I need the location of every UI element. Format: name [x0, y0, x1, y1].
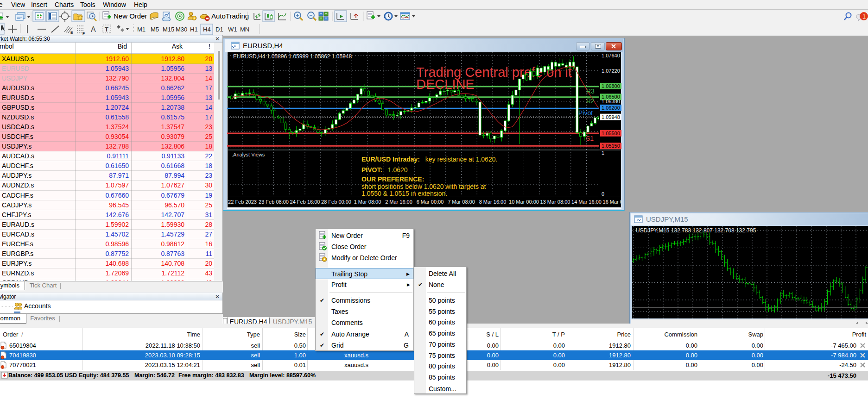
- svg-text:H1: H1: [190, 26, 198, 33]
- svg-text:1: 1: [862, 13, 866, 20]
- svg-text:1.07640: 1.07640: [602, 53, 620, 58]
- svg-text:E: E: [70, 31, 73, 35]
- svg-text:2 Mar 16:00: 2 Mar 16:00: [385, 199, 412, 205]
- svg-text:D1: D1: [215, 26, 223, 33]
- svg-text:M30: M30: [176, 26, 187, 33]
- svg-text:R2: R2: [586, 97, 595, 105]
- svg-text:.Analyst Views: .Analyst Views: [232, 152, 265, 157]
- svg-text:M1: M1: [137, 26, 146, 33]
- svg-text:23 Feb 08:00: 23 Feb 08:00: [259, 199, 289, 205]
- svg-text:10 Mar 00:00: 10 Mar 00:00: [509, 199, 539, 205]
- svg-text:6 Mar 00:00: 6 Mar 00:00: [417, 199, 444, 205]
- svg-text:A: A: [91, 25, 96, 33]
- svg-text:New Order: New Order: [114, 12, 147, 20]
- svg-text:OUR PREFERENCE:: OUR PREFERENCE:: [361, 175, 424, 183]
- svg-text:EUR/USD Intraday: key resist: EUR/USD Intraday: key resistance at 1.06…: [361, 156, 497, 163]
- svg-text:22 Feb 2023: 22 Feb 2023: [228, 199, 257, 205]
- svg-text:13 Mar 08:00: 13 Mar 08:00: [540, 199, 570, 205]
- svg-text:16 Mar 00:00: 16 Mar 00:00: [603, 199, 621, 205]
- svg-text:USDJPY,M15 132.783 132.807 13: USDJPY,M15 132.783 132.807 132.708 132.7…: [636, 227, 756, 234]
- svg-text:W1: W1: [228, 26, 237, 33]
- svg-text:1.05500: 1.05500: [602, 131, 620, 136]
- svg-text:1 Mar 08:00: 1 Mar 08:00: [354, 199, 381, 205]
- svg-text:Pivot: Pivot: [578, 109, 593, 117]
- svg-text:0: 0: [602, 191, 604, 197]
- svg-text:1.05948: 1.05948: [602, 114, 620, 120]
- svg-text:1.07220: 1.07220: [602, 68, 620, 74]
- svg-text:DECLINE: DECLINE: [416, 77, 475, 92]
- svg-text:1.0550 & 1.0515 in extension.: 1.0550 & 1.0515 in extension.: [361, 190, 447, 197]
- svg-text:1.06800: 1.06800: [602, 83, 620, 89]
- svg-text:1.06380: 1.06380: [602, 99, 620, 104]
- svg-text:H4: H4: [203, 26, 211, 33]
- svg-text:7 Mar 08:00: 7 Mar 08:00: [448, 199, 475, 205]
- svg-text:14 Mar 16:00: 14 Mar 16:00: [571, 199, 602, 205]
- svg-text:1.05150: 1.05150: [602, 143, 620, 149]
- svg-text:MN: MN: [240, 26, 249, 33]
- svg-text:short positions below 1.0620 w: short positions below 1.0620 with target…: [361, 183, 486, 190]
- svg-text:PIVOT: 1.0620: PIVOT: 1.0620: [361, 166, 408, 174]
- svg-text:T: T: [105, 26, 108, 33]
- svg-text:R3: R3: [586, 87, 595, 95]
- svg-text:M15: M15: [163, 26, 174, 33]
- svg-text:M5: M5: [151, 26, 159, 33]
- svg-text:24 Feb 16:00: 24 Feb 16:00: [290, 199, 320, 205]
- svg-text:AutoTrading: AutoTrading: [211, 12, 249, 20]
- svg-text:S1: S1: [586, 135, 594, 142]
- svg-text:8 Mar 16:00: 8 Mar 16:00: [479, 199, 507, 205]
- svg-text:1.06200: 1.06200: [602, 105, 620, 111]
- svg-text:EURUSD,H4 1.05896 1.05989 1.0: EURUSD,H4 1.05896 1.05989 1.05862 1.0594…: [233, 53, 352, 60]
- svg-text:28 Feb 00:00: 28 Feb 00:00: [321, 199, 351, 205]
